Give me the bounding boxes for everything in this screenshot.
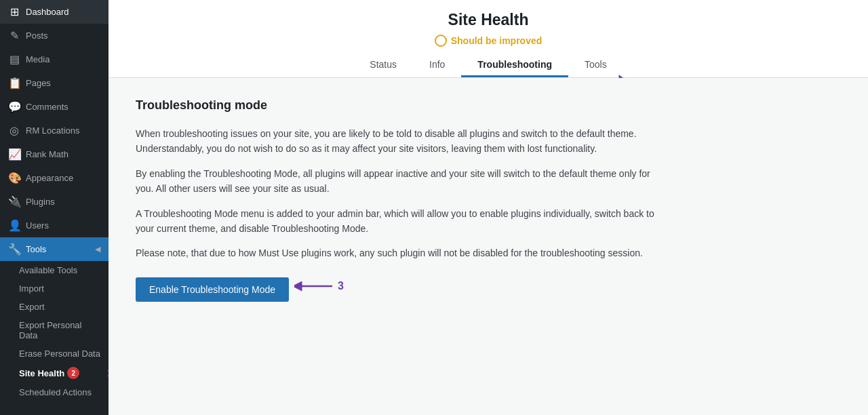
- page-title: Site Health: [122, 11, 854, 29]
- status-indicator: Should be improved: [122, 35, 854, 47]
- button-wrapper: Enable Troubleshooting Mode 3: [136, 271, 289, 302]
- media-icon: ▤: [8, 53, 20, 66]
- annotation-3-arrow: [294, 279, 335, 293]
- enable-troubleshooting-button[interactable]: Enable Troubleshooting Mode: [136, 277, 289, 302]
- plugins-icon: 🔌: [8, 195, 20, 208]
- rank-math-icon: 📈: [8, 148, 20, 161]
- sidebar-item-media[interactable]: ▤ Media: [0, 47, 108, 71]
- tab-tools[interactable]: Tools: [568, 54, 623, 77]
- description-2: By enabling the Troubleshooting Mode, al…: [136, 166, 665, 197]
- submenu-available-tools[interactable]: Available Tools: [0, 261, 108, 279]
- tools-collapse-icon: ◀: [95, 245, 100, 254]
- comments-icon: 💬: [8, 100, 20, 113]
- sidebar-item-rm-locations[interactable]: ◎ RM Locations: [0, 119, 108, 142]
- submenu-export-personal-data[interactable]: Export Personal Data: [0, 316, 108, 344]
- submenu-scheduled-actions[interactable]: Scheduled Actions: [0, 383, 108, 401]
- description-1: When troubleshooting issues on your site…: [136, 126, 665, 157]
- submenu-export[interactable]: Export: [0, 298, 108, 316]
- page-header: Site Health Should be improved Status In…: [108, 0, 868, 78]
- appearance-icon: 🎨: [8, 172, 20, 184]
- description-3: A Troubleshooting Mode menu is added to …: [136, 206, 665, 237]
- content-area: Troubleshooting mode When troubleshootin…: [108, 78, 868, 415]
- sidebar-item-appearance[interactable]: 🎨 Appearance: [0, 166, 108, 190]
- sidebar-item-dashboard[interactable]: ⊞ Dashboard: [0, 0, 108, 24]
- pages-icon: 📋: [8, 77, 20, 90]
- site-health-badge: 2: [67, 367, 79, 379]
- sidebar-item-comments[interactable]: 💬 Comments: [0, 95, 108, 119]
- users-icon: 👤: [8, 219, 20, 232]
- submenu-import[interactable]: Import: [0, 279, 108, 298]
- sidebar-item-plugins[interactable]: 🔌 Plugins: [0, 190, 108, 214]
- description-4: Please note, that due to how Must Use pl…: [136, 245, 665, 260]
- section-title: Troubleshooting mode: [136, 98, 841, 113]
- tools-icon: 🔧: [8, 243, 20, 256]
- tabs: Status Info Troubleshooting Tools: [122, 54, 854, 77]
- submenu-site-health[interactable]: Site Health 2 1: [0, 363, 108, 383]
- annotation-3-number: 3: [338, 280, 344, 292]
- annotation-3: 3: [294, 279, 344, 293]
- tab-info[interactable]: Info: [413, 54, 461, 77]
- sidebar-item-rank-math[interactable]: 📈 Rank Math: [0, 142, 108, 166]
- tab-status[interactable]: Status: [353, 54, 413, 77]
- tab-troubleshooting[interactable]: Troubleshooting: [461, 54, 568, 77]
- sidebar: ⊞ Dashboard ✎ Posts ▤ Media 📋 Pages 💬 Co…: [0, 0, 108, 415]
- rm-locations-icon: ◎: [8, 124, 20, 137]
- sidebar-item-users[interactable]: 👤 Users: [0, 214, 108, 237]
- main-content: Site Health Should be improved Status In…: [108, 0, 868, 415]
- tools-submenu: Available Tools Import Export Export Per…: [0, 261, 108, 401]
- status-dot: [435, 35, 447, 47]
- submenu-erase-personal-data[interactable]: Erase Personal Data: [0, 344, 108, 363]
- dashboard-icon: ⊞: [8, 5, 20, 18]
- status-text: Should be improved: [451, 35, 542, 46]
- sidebar-item-pages[interactable]: 📋 Pages: [0, 71, 108, 95]
- sidebar-item-tools[interactable]: 🔧 Tools ◀: [0, 237, 108, 261]
- sidebar-item-posts[interactable]: ✎ Posts: [0, 24, 108, 47]
- posts-icon: ✎: [8, 29, 20, 42]
